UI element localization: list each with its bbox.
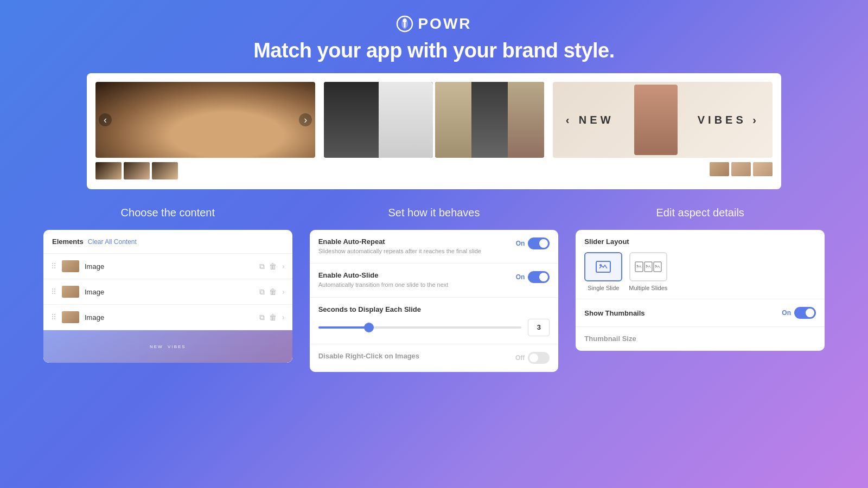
thumbnail-size-row: Thumbnail Size [576,327,825,351]
new-vibes-card: ‹ NEW VIBES › [553,82,773,158]
item-thumbnail [62,260,79,272]
clear-all-link[interactable]: Clear All Content [88,238,137,246]
chevron-right-icon[interactable]: › [282,262,285,271]
multiple-slides-icon [635,260,662,273]
multiple-slides-option[interactable]: Multiple Slides [629,252,667,291]
auto-slide-label: Enable Auto-Slide [318,271,510,279]
auto-slide-row: Enable Auto-Slide Automatically transiti… [310,264,559,297]
seconds-slider-row: Seconds to Display Each Slide 3 [310,298,559,344]
show-thumbnails-state: On [782,309,791,317]
prev-slide-button[interactable]: ‹ [99,113,112,126]
show-thumbnails-control: On [782,307,816,319]
list-item: ⠿ Image ⧉ 🗑 › [43,279,292,305]
duplicate-icon[interactable]: ⧉ [259,313,265,322]
preview-left: ‹ › [95,82,315,179]
elements-header: Elements Clear All Content [43,230,292,254]
slider-fill [318,326,369,329]
disable-rightclick-info: Disable Right-Click on Images [318,352,510,362]
model-image [634,85,678,155]
svg-rect-7 [654,262,661,272]
auto-slide-state: On [516,273,525,281]
auto-repeat-state: On [516,240,525,247]
item-label: Image [85,288,254,296]
right-thumbnail-1[interactable] [710,162,729,176]
item-label: Image [85,313,254,322]
right-thumbnail-3[interactable] [753,162,773,176]
seconds-slider-label: Seconds to Display Each Slide [318,305,550,313]
new-text: ‹ NEW [566,114,614,126]
disable-rightclick-state: Off [515,354,525,362]
main-slide-image: ‹ › [95,82,315,158]
powr-logo-icon [396,15,413,33]
fashion-grid [324,82,544,158]
show-thumbnails-row: Show Thumbnails On [576,299,825,327]
drag-handle-icon[interactable]: ⠿ [51,313,56,322]
slider-value[interactable]: 3 [528,319,550,336]
seconds-slider-control: 3 [318,319,550,336]
header: POWR Match your app with your brand styl… [0,0,868,73]
auto-repeat-row: Enable Auto-Repeat Slideshow automatical… [310,230,559,264]
right-thumbnail-2[interactable] [731,162,751,176]
multiple-slides-icon-box [629,252,667,281]
disable-rightclick-control: Off [515,352,550,364]
details-column: Edit aspect details Slider Layout [576,207,825,372]
layout-section: Slider Layout Single Slide [576,230,825,299]
slider-thumb[interactable] [364,323,374,332]
list-item: ⠿ Image ⧉ 🗑 › [43,254,292,279]
vibes-text: VIBES › [698,114,760,126]
duplicate-icon[interactable]: ⧉ [259,287,265,297]
thumbnail-1[interactable] [95,162,122,179]
thumbnail-3[interactable] [152,162,178,179]
logo-text: POWR [418,15,471,33]
svg-point-8 [636,265,638,267]
drag-handle-icon[interactable]: ⠿ [51,262,56,271]
slide-thumbnails [95,162,315,179]
auto-slide-info: Enable Auto-Slide Automatically transiti… [318,271,510,289]
content-panel: Elements Clear All Content ⠿ Image ⧉ 🗑 ›… [43,230,292,363]
next-slide-button[interactable]: › [299,113,312,126]
disable-rightclick-label: Disable Right-Click on Images [318,352,510,360]
delete-icon[interactable]: 🗑 [269,313,277,322]
item-actions: ⧉ 🗑 [259,313,277,322]
auto-repeat-toggle[interactable] [528,237,550,249]
svg-rect-2 [404,22,406,28]
slider-track[interactable] [318,326,522,329]
disable-rightclick-toggle[interactable] [528,352,550,364]
thumbnail-2[interactable] [124,162,150,179]
show-thumbnails-toggle[interactable] [794,307,816,319]
item-actions: ⧉ 🗑 [259,287,277,297]
item-label: Image [85,262,254,271]
fashion-section [324,82,544,181]
chevron-right-icon[interactable]: › [282,287,285,296]
auto-repeat-control: On [516,237,550,249]
item-thumbnail [62,311,79,323]
drag-handle-icon[interactable]: ⠿ [51,287,56,296]
item-actions: ⧉ 🗑 [259,262,277,271]
tagline: Match your app with your brand style. [0,39,868,62]
delete-icon[interactable]: 🗑 [269,262,277,271]
duplicate-icon[interactable]: ⧉ [259,262,265,271]
single-slide-option[interactable]: Single Slide [584,252,622,291]
behavior-panel: Enable Auto-Repeat Slideshow automatical… [310,230,559,372]
panel-footer-preview: NEW VIBES [43,330,292,363]
layout-title: Slider Layout [584,237,816,246]
auto-slide-desc: Automatically transition from one slide … [318,281,510,289]
preview-right: ‹ NEW VIBES › [553,82,773,176]
right-thumbnails [553,162,773,176]
chevron-right-icon[interactable]: › [282,313,285,322]
auto-slide-toggle[interactable] [528,271,550,283]
layout-options: Single Slide [584,252,816,291]
auto-repeat-desc: Slideshow automatically repeats after it… [318,247,510,255]
behavior-column: Set how it behaves Enable Auto-Repeat Sl… [310,207,559,372]
multiple-slides-label: Multiple Slides [629,285,667,291]
fashion-image-2 [435,82,544,158]
logo: POWR [0,15,868,33]
list-item: ⠿ Image ⧉ 🗑 › [43,305,292,330]
svg-point-1 [403,19,407,23]
single-slide-label: Single Slide [588,285,619,291]
details-panel: Slider Layout Single Slide [576,230,825,351]
svg-point-9 [646,265,647,267]
svg-point-10 [655,265,656,267]
preview-section: ‹ › [87,73,781,189]
delete-icon[interactable]: 🗑 [269,287,277,297]
